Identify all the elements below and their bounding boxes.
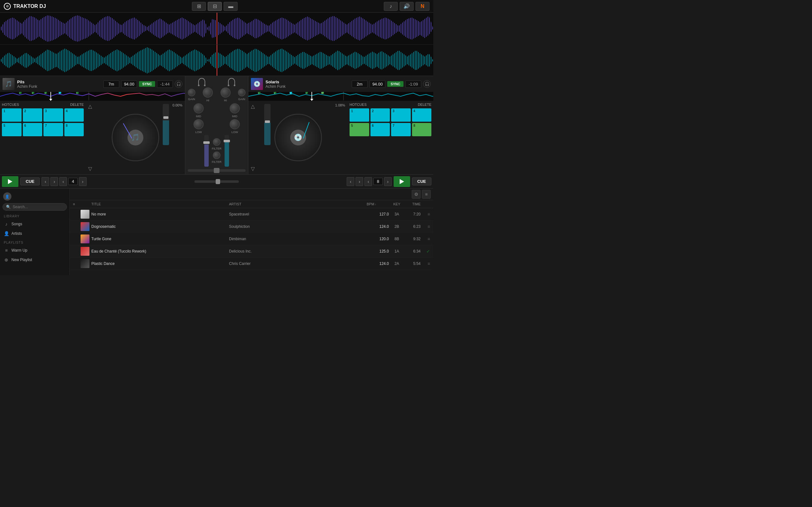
left-loop-fwd-button[interactable]: › [79, 177, 87, 186]
library-settings-button[interactable]: ⚙ [412, 190, 420, 199]
right-hotcue-4[interactable]: 4 [412, 108, 432, 122]
left-fader-handle[interactable] [163, 116, 168, 119]
right-gain-knob[interactable] [238, 89, 246, 96]
waveform-top[interactable] [0, 13, 433, 44]
right-loop-prev-button[interactable]: ‹ [347, 177, 354, 186]
right-hotcue-6[interactable]: 6 [370, 123, 390, 136]
right-vol-handle[interactable] [223, 140, 230, 142]
right-hotcue-2[interactable]: 2 [370, 108, 390, 122]
track-action-2[interactable]: ≡ [420, 224, 430, 229]
right-hotcue-3[interactable]: 3 [391, 108, 411, 122]
left-hotcue-7[interactable]: 7 [44, 123, 63, 136]
track-action-4[interactable]: ✓ [420, 249, 430, 254]
left-hotcue-2[interactable]: 2 [23, 108, 43, 122]
right-mini-waveform[interactable]: 1 2 3 4 5 [248, 92, 433, 101]
right-hotcue-5[interactable]: 5 [350, 123, 369, 136]
left-play-button[interactable] [2, 176, 18, 187]
right-cue-button[interactable]: CUE [412, 177, 432, 185]
right-hotcue-1[interactable]: 1 [350, 108, 369, 122]
track-action-5[interactable]: ≡ [420, 261, 430, 266]
track-row[interactable]: No more Spacetravel 127.0 3A 7:20 ≡ [70, 208, 433, 221]
music-note-button[interactable]: ♪ [384, 2, 398, 11]
left-hotcue-4[interactable]: 4 [64, 108, 84, 122]
left-vol-handle[interactable] [203, 141, 210, 144]
left-cue-button[interactable]: CUE [20, 177, 40, 185]
left-filter-knob[interactable] [213, 138, 220, 146]
left-mid-knob[interactable] [194, 103, 204, 113]
left-hotcue-1[interactable]: 1 [2, 108, 21, 122]
track-row[interactable]: Turtle Gone Dimbiman 120.0 8B 9:32 ≡ [70, 233, 433, 245]
left-loop-next-button[interactable]: › [50, 177, 58, 186]
right-sync-button[interactable]: SYNC [387, 81, 403, 87]
right-hotcue-8[interactable]: 8 [412, 123, 432, 136]
right-channel-volume-fader[interactable] [224, 135, 229, 167]
title-col-header[interactable]: TITLE [91, 202, 229, 206]
right-loop-next-button[interactable]: › [356, 177, 363, 186]
center-volume-slider[interactable] [194, 180, 239, 183]
search-input[interactable] [13, 205, 63, 209]
left-loop-prev-button[interactable]: ‹ [42, 177, 49, 186]
right-fader-handle[interactable] [265, 120, 270, 123]
track-row[interactable]: Dognosematic Soulphiction 124.0 2B 6:23 … [70, 221, 433, 233]
left-headphone-icon[interactable]: 🎧 [175, 80, 183, 88]
search-bar[interactable]: 🔍 [3, 203, 67, 211]
left-headphone-icon[interactable] [198, 78, 205, 85]
library-view-button[interactable]: ≡ [422, 190, 431, 199]
left-turntable[interactable]: 🎵 [112, 114, 159, 161]
right-channel-strip [264, 104, 270, 171]
left-sync-button[interactable]: SYNC [139, 81, 155, 87]
left-time-display: 7m [103, 80, 119, 88]
right-play-button[interactable] [394, 176, 410, 187]
track-action-1[interactable]: ≡ [420, 212, 430, 217]
crossfader-handle[interactable] [214, 168, 219, 173]
sidebar-item-artists[interactable]: 👤 Artists [0, 229, 69, 238]
right-delete-label[interactable]: DELETE [418, 103, 432, 107]
left-gain-knob[interactable] [188, 89, 195, 96]
waveform-bottom[interactable] [0, 44, 433, 76]
left-delete-label[interactable]: DELETE [70, 103, 84, 107]
left-hotcue-6[interactable]: 6 [23, 123, 43, 136]
left-low-knob[interactable] [194, 119, 204, 129]
sidebar-item-warm-up[interactable]: ≡ Warm Up [0, 245, 69, 255]
time-col-header[interactable]: TIME [405, 202, 420, 206]
n-button[interactable]: N [415, 2, 429, 11]
track-key-5: 2A [389, 262, 405, 266]
track-row[interactable]: Eau de Chanté (Tuccilo Rework) Delicious… [70, 245, 433, 258]
artist-col-header[interactable]: ARTIST [229, 202, 367, 206]
sidebar-item-new-playlist[interactable]: ⊕ New Playlist [0, 255, 69, 265]
track-row[interactable]: Plastic Dance Chris Carrier 124.0 2A 5:5… [70, 258, 433, 270]
bpm-col-header[interactable]: BPM ↓ [367, 202, 389, 206]
right-hi-knob[interactable] [220, 88, 231, 98]
left-channel-volume-fader[interactable] [204, 135, 209, 167]
left-hotcue-5[interactable]: 5 [2, 123, 21, 136]
key-col-header[interactable]: KEY [389, 202, 405, 206]
right-headphone-icon[interactable] [228, 78, 235, 85]
left-mini-waveform[interactable]: 1 2 3 4 5 [0, 92, 185, 101]
volume-button[interactable]: 🔊 [400, 2, 414, 11]
layout-btn-3[interactable]: ▬ [223, 2, 238, 11]
crossfader[interactable] [188, 169, 246, 172]
track-action-3[interactable]: ≡ [420, 236, 430, 241]
right-low-knob[interactable] [230, 119, 240, 129]
right-filter-knob[interactable] [213, 152, 220, 159]
right-mid-knob[interactable] [230, 103, 240, 113]
left-channel-strip [163, 104, 169, 171]
right-hotcue-7[interactable]: 7 [391, 123, 411, 136]
center-volume-handle[interactable] [216, 179, 220, 184]
sidebar-item-songs[interactable]: ♪ Songs [0, 219, 69, 229]
layout-btn-1[interactable]: ⊞ [192, 2, 206, 11]
left-loop-back-button[interactable]: ‹ [59, 177, 67, 186]
left-channel-fader[interactable] [163, 104, 169, 145]
left-hotcue-8[interactable]: 8 [64, 123, 84, 136]
layout-btn-2[interactable]: ⊟ [208, 2, 222, 11]
left-hi-knob[interactable] [203, 88, 213, 98]
right-loop-fwd-button[interactable]: › [384, 177, 392, 186]
left-hotcue-3[interactable]: 3 [44, 108, 63, 122]
right-channel-fader[interactable] [264, 104, 270, 145]
right-headphone-icon[interactable]: 🎧 [423, 80, 431, 88]
filter-col-header[interactable]: ≡ [73, 202, 81, 206]
right-turntable[interactable]: 💿 [274, 114, 322, 161]
user-avatar[interactable]: 👤 [3, 192, 11, 201]
right-loop-back-button[interactable]: ‹ [364, 177, 372, 186]
track-title-5: Plastic Dance [91, 262, 229, 266]
